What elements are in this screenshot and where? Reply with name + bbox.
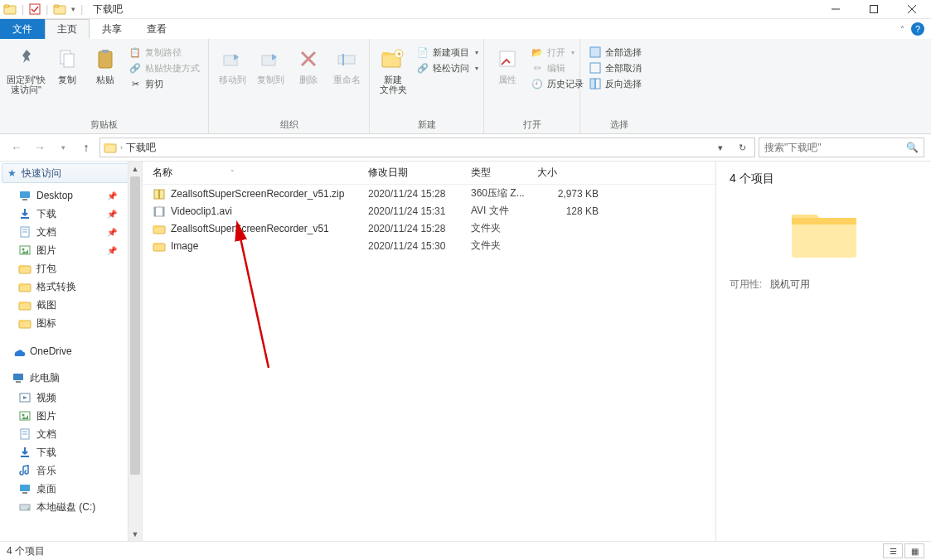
quick-access-header[interactable]: ★ 快速访问 [2, 163, 140, 183]
tab-view[interactable]: 查看 [134, 19, 179, 39]
breadcrumb[interactable]: 下载吧 [126, 141, 156, 155]
music-icon [18, 464, 32, 477]
svg-rect-27 [595, 79, 600, 89]
help-icon[interactable]: ? [911, 22, 924, 36]
sidebar-item[interactable]: 图片 [0, 407, 142, 425]
sidebar-item[interactable]: 桌面 [0, 480, 142, 498]
move-to-button[interactable]: 移动到 [214, 42, 250, 116]
sidebar-item[interactable]: 音乐 [0, 461, 142, 480]
scroll-up-icon[interactable]: ▲ [128, 162, 142, 176]
minimize-button[interactable] [817, 0, 855, 19]
svg-rect-43 [19, 302, 24, 304]
svg-text:✦: ✦ [396, 51, 402, 58]
tab-share[interactable]: 共享 [90, 19, 134, 39]
tab-file[interactable]: 文件 [0, 19, 45, 39]
pin-to-quick-access-button[interactable]: 固定到"快 速访问" [5, 42, 47, 116]
easy-access-button[interactable]: 🔗轻松访问▾ [416, 61, 478, 75]
qat-sep: | [22, 3, 24, 15]
svg-rect-30 [20, 191, 30, 198]
sidebar-item-onedrive[interactable]: OneDrive [0, 342, 142, 360]
paste-shortcut-button[interactable]: 🔗粘贴快捷方式 [128, 61, 200, 75]
delete-button[interactable]: 删除 [290, 42, 327, 116]
copy-to-button[interactable]: 复制到 [252, 42, 289, 116]
tab-home[interactable]: 主页 [45, 19, 90, 39]
folder-icon [18, 316, 32, 330]
maximize-button[interactable] [855, 0, 893, 19]
sidebar-item[interactable]: 截图 [0, 296, 142, 314]
column-type[interactable]: 类型 [471, 166, 537, 180]
sidebar-item[interactable]: 本地磁盘 (C:) [0, 498, 142, 516]
sidebar-item[interactable]: 下载 [0, 443, 142, 461]
svg-rect-32 [21, 217, 29, 219]
folder-icon [104, 141, 117, 154]
history-button[interactable]: 🕘历史记录 [531, 77, 584, 90]
copy-button[interactable]: 复制 [49, 42, 85, 116]
section-label: 组织 [214, 116, 364, 133]
sidebar-item[interactable]: 下载📌 [0, 205, 142, 223]
cut-button[interactable]: ✂剪切 [128, 77, 200, 90]
address-box[interactable]: › 下载吧 ▾ ↻ [99, 138, 755, 157]
search-input[interactable] [764, 142, 901, 153]
search-icon[interactable]: 🔍 [906, 142, 919, 153]
file-row[interactable]: Videoclip1.avi 2020/11/24 15:31 AVI 文件 1… [153, 202, 715, 220]
invert-selection-button[interactable]: 反向选择 [589, 77, 642, 90]
copy-path-button[interactable]: 📋复制路径 [128, 46, 200, 59]
select-none-icon [589, 61, 602, 75]
qat-checkbox-icon[interactable] [29, 3, 41, 15]
nav-forward-button[interactable]: → [30, 138, 50, 157]
folder-icon [3, 2, 17, 16]
details-title: 4 个项目 [730, 171, 918, 186]
nav-recent-dropdown[interactable]: ▾ [53, 138, 73, 157]
file-row[interactable]: ZeallsoftSuperScreenRecorder_v51.zip 202… [153, 185, 715, 202]
paste-button[interactable]: 粘贴 [87, 42, 124, 116]
scroll-thumb[interactable] [130, 176, 140, 475]
new-folder-button[interactable]: ✦ 新建 文件夹 [375, 42, 411, 116]
select-none-button[interactable]: 全部取消 [589, 61, 642, 75]
ribbon-collapse-icon[interactable]: ˄ [900, 25, 904, 34]
svg-rect-6 [870, 6, 878, 13]
navigation-pane[interactable]: ★ 快速访问 Desktop📌下载📌文档📌图片📌打包格式转换截图图标 OneDr… [0, 162, 143, 541]
properties-button[interactable]: 属性 [489, 42, 526, 116]
sidebar-item[interactable]: 格式转换 [0, 278, 142, 296]
rename-button[interactable]: 重命名 [328, 42, 365, 116]
sidebar-item[interactable]: Desktop📌 [0, 186, 142, 205]
sidebar-item[interactable]: 图片📌 [0, 241, 142, 259]
file-list[interactable]: 名称˅ 修改日期 类型 大小 ZeallsoftSuperScreenRecor… [143, 162, 715, 541]
folder-icon [18, 262, 32, 275]
nav-back-button[interactable]: ← [7, 138, 27, 157]
new-item-button[interactable]: 📄新建项目▾ [416, 46, 478, 59]
sidebar-item[interactable]: 打包 [0, 259, 142, 278]
folder-icon [18, 280, 32, 293]
sidebar-item[interactable]: 图标 [0, 314, 142, 332]
pin-icon [13, 46, 40, 72]
edit-button[interactable]: ✏编辑 [531, 61, 584, 75]
copy-icon [54, 46, 80, 72]
sidebar-item[interactable]: 文档📌 [0, 223, 142, 241]
history-icon: 🕘 [531, 77, 544, 90]
qat-dropdown-icon[interactable]: ▾ [71, 5, 75, 13]
nav-up-button[interactable]: ↑ [76, 138, 96, 157]
file-row[interactable]: ZeallsoftSuperScreenRecorder_v51 2020/11… [153, 220, 715, 237]
view-details-button[interactable]: ☰ [883, 543, 903, 558]
column-date[interactable]: 修改日期 [368, 166, 471, 180]
svg-rect-62 [154, 207, 156, 216]
address-dropdown-icon[interactable]: ▾ [711, 142, 730, 153]
svg-point-37 [22, 249, 25, 251]
new-folder-icon: ✦ [380, 46, 406, 72]
search-box[interactable]: 🔍 [759, 138, 924, 157]
sidebar-item[interactable]: 文档 [0, 425, 142, 443]
scroll-down-icon[interactable]: ▼ [128, 527, 142, 541]
svg-rect-11 [99, 51, 112, 68]
column-size[interactable]: 大小 [537, 166, 604, 180]
file-row[interactable]: Image 2020/11/24 15:30 文件夹 [153, 237, 715, 254]
close-button[interactable] [893, 0, 931, 19]
column-name[interactable]: 名称˅ [153, 166, 368, 180]
refresh-button[interactable]: ↻ [733, 142, 751, 153]
select-all-button[interactable]: 全部选择 [589, 46, 642, 59]
open-button[interactable]: 📂打开▾ [531, 46, 584, 59]
sidebar-item[interactable]: 视频 [0, 389, 142, 407]
paste-icon [92, 46, 119, 72]
sidebar-item-this-pc[interactable]: 此电脑 [0, 369, 142, 387]
nav-scrollbar[interactable]: ▲ ▼ [128, 162, 142, 541]
view-icons-button[interactable]: ▦ [904, 543, 924, 558]
